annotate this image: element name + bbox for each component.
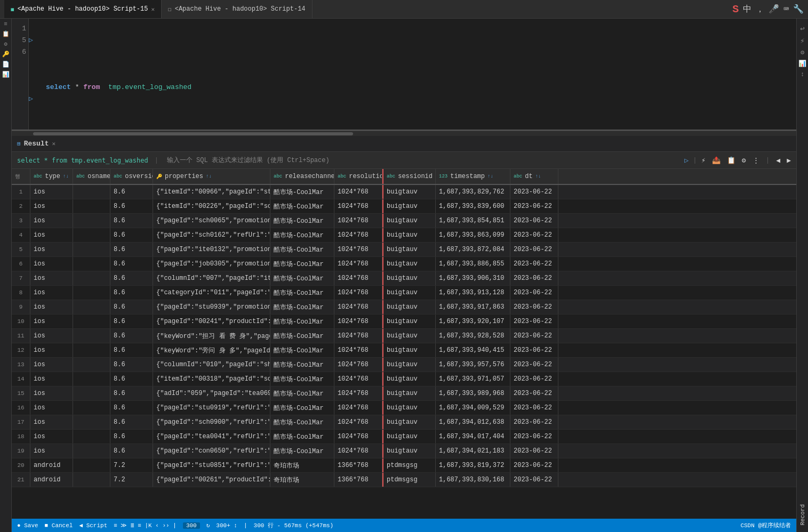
cell-type: ios [30,315,73,328]
table-row[interactable]: 6ios8.6{"pageId":"job0305","promotionlc酷… [12,257,796,271]
table-row[interactable]: 9ios8.6{"pageId":"stu0939","promotionId酷… [12,300,796,315]
result-close-button[interactable]: ✕ [52,140,55,147]
table-row[interactable]: 3ios8.6{"pageId":"sch0065","promotionlc酷… [12,214,796,228]
table-row[interactable]: 1ios8.6{"itemId":"00966","pageId":"stu09… [12,185,796,199]
settings2-icon[interactable]: ⚙ [740,155,748,166]
cell-releasechannel: 酷市场-CoolMar [270,358,334,372]
cell-timestamp: 1,687,394,021,183 [436,444,510,458]
cell-properties: {"pageId":"stu0919","refUrl":"/tea( [153,401,270,415]
cell-resolution: 1024*768 [334,444,382,458]
limit-input[interactable]: 300 [183,522,200,529]
table-row[interactable]: 13ios8.6{"columnId":"010","pageId":"sha0… [12,358,796,372]
cell-type: ios [30,386,73,400]
cell-resolution: 1024*768 [334,315,382,328]
col-header-releasechannel[interactable]: abcreleasechannel↑↓ [270,169,334,184]
col-header-osversion[interactable]: abcosversion↑↓ [110,169,153,184]
cell-resolution: 1366*768 [334,473,382,487]
cancel-button[interactable]: ■ Cancel [45,522,73,529]
script-button[interactable]: ◀ Script [79,522,107,529]
nav-next-icon[interactable]: ▶ [785,155,793,166]
tab-script-15[interactable]: ◼ <Apache Hive - hadoop10> Script-15 ✕ [4,0,162,18]
table-row[interactable]: 5ios8.6{"pageId":"ite0132","promotionId酷… [12,243,796,257]
table-row[interactable]: 7ios8.6{"columnId":"007","pageId":"ite09… [12,271,796,286]
left-icon-4[interactable]: 🔑 [2,51,10,58]
cell-osversion: 8.6 [110,401,153,415]
cell-properties: {"columnId":"007","pageId":"ite09 [153,271,270,285]
table-row[interactable]: 15ios8.6{"adId":"059","pageId":"tea0691"… [12,386,796,401]
table-row[interactable]: 11ios8.6{"keyWord":"担习 看 费 身","pageld酷市场… [12,329,796,343]
cell-timestamp: 1,687,394,017,404 [436,430,510,444]
table-row[interactable]: 10ios8.6{"pageId":"00241","productId":"0… [12,315,796,329]
cell-timestamp: 1,687,393,906,310 [436,271,510,285]
cell-sessionid: buigtauv [382,243,436,256]
table-row[interactable]: 19ios8.6{"pageId":"con0650","refUrl":"/s… [12,444,796,458]
separator-bar: | [244,522,247,529]
left-icon-6[interactable]: 📊 [2,71,10,78]
cell-sessionid: buigtauv [382,415,436,429]
col-header-type[interactable]: abctype↑↓ [30,169,73,184]
nav-prev-icon[interactable]: ◀ [774,155,782,166]
right-icon-4[interactable]: 📊 [798,60,806,68]
table-row[interactable]: 20android7.2{"pageId":"stu0851","refUrl"… [12,458,796,473]
copy-icon[interactable]: 📋 [725,155,738,166]
cell-dt: 2023-06-22 [510,458,558,472]
col-header-osname[interactable]: abcosname↑↓ [73,169,110,184]
cell-dt: 2023-06-22 [510,257,558,271]
table-scroll-area[interactable]: 1ios8.6{"itemId":"00966","pageId":"stu09… [12,185,796,519]
cell-osversion: 8.6 [110,386,153,400]
nav-bar-icons[interactable]: ≡ ≫ ≣ ≡ |K ‹ ›› | [114,522,177,529]
cell-type: android [30,473,73,487]
run-filter-icon[interactable]: ▷ [682,155,691,166]
cell-dt: 2023-06-22 [510,415,558,429]
tab-close-15[interactable]: ✕ [151,6,155,13]
cell-resolution: 1024*768 [334,372,382,386]
data-table-container: 행 abctype↑↓abcosname↑↓abcosversion↑↓🔑pro… [12,169,796,519]
table-row[interactable]: 18ios8.6{"pageId":"tea0041","refUrl":"/c… [12,430,796,444]
right-icon-1[interactable]: ↩ [800,24,804,33]
right-icon-3[interactable]: ⚙ [801,49,804,57]
result-panel: ⊞ Result ✕ select * from tmp.event_log_w… [12,136,796,519]
table-row[interactable]: 4ios8.6{"pageId":"sch0162","refUrl":"/co… [12,228,796,243]
col-header-timestamp[interactable]: 123timestamp↑↓ [436,169,510,184]
cell-releasechannel: 酷市场-CoolMar [270,214,334,228]
table-row[interactable]: 17ios8.6{"pageId":"sch0900","refUrl":"/s… [12,415,796,430]
export-icon[interactable]: 📤 [710,155,723,166]
refresh-icon[interactable]: ↻ [206,522,210,529]
left-icon-1[interactable]: ≡ [4,21,7,27]
cell-sessionid: buigtauv [382,358,436,372]
left-icon-5[interactable]: 📄 [2,61,10,68]
col-header-resolution[interactable]: abcresolution↑↓ [334,169,382,184]
center-content: 1 5 6 ▷ ▷ sele [12,19,796,532]
cell-type: ios [30,415,73,429]
left-icon-2[interactable]: 📋 [2,30,10,37]
cell-properties: {"pageId":"00261","productId":"0( [153,473,270,487]
cell-type: ios [30,358,73,372]
table-row[interactable]: 12ios8.6{"keyWord":"旁问 身 多","pageId":酷市场… [12,343,796,358]
cell-type: ios [30,271,73,285]
row-num-header: 행 [12,169,30,184]
editor-horizontal-scrollbar[interactable] [12,131,796,136]
table-row[interactable]: 2ios8.6{"itemId":"00226","pageId":"sch01… [12,199,796,214]
cell-dt: 2023-06-22 [510,214,558,228]
right-icon-5[interactable]: ↕ [801,71,804,78]
right-panel: ↩ ⚡ ⚙ 📊 ↕ Record [796,19,808,532]
more-icon[interactable]: ⋮ [750,155,762,166]
save-button[interactable]: ● Save [17,522,38,529]
filter-icon[interactable]: ⚡ [699,155,708,166]
table-row[interactable]: 16ios8.6{"pageId":"stu0919","refUrl":"/t… [12,401,796,415]
col-header-properties[interactable]: 🔑properties↑↓ [153,169,270,184]
right-icon-2[interactable]: ⚡ [800,36,804,45]
table-row[interactable]: 14ios8.6{"itemId":"00318","pageId":"sch0… [12,372,796,386]
table-row[interactable]: 21android7.2{"pageId":"00261","productId… [12,473,796,487]
col-header-sessionid[interactable]: abcsessionid↑↓ [382,169,436,184]
csdn-watermark: CSDN @程序续结者 [740,521,791,529]
code-editor[interactable]: select * from tmp.event_log_washed -- 测试… [39,19,796,130]
cell-resolution: 1024*768 [334,214,382,228]
tab-script-14[interactable]: ◻ <Apache Hive - hadoop10> Script-14 [162,0,312,18]
scrollbar-thumb-h[interactable] [33,132,353,135]
table-row[interactable]: 8ios8.6{"categoryId":"011","pageId":"stu… [12,286,796,300]
cell-osversion: 7.2 [110,473,153,487]
cell-releasechannel: 酷市场-CoolMar [270,386,334,400]
left-icon-3[interactable]: ⚙ [4,41,7,47]
col-header-dt[interactable]: abcdt↑↓ [510,169,558,184]
